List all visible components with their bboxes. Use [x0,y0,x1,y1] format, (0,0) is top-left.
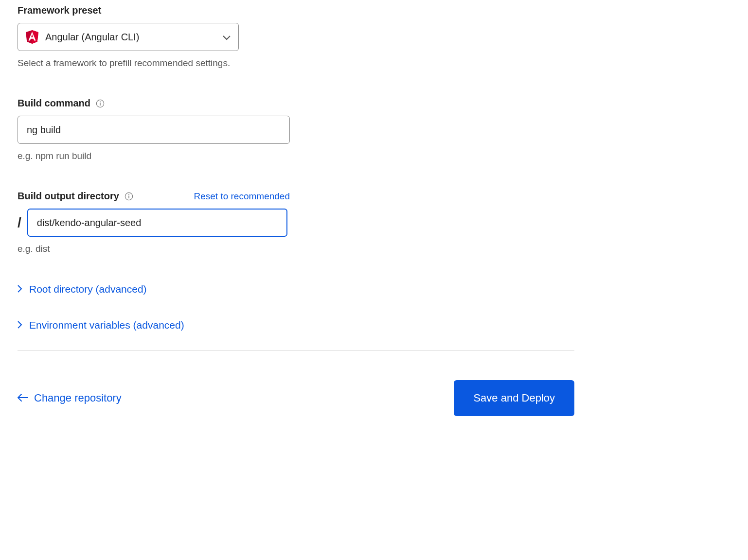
build-output-label-text: Build output directory [18,191,119,202]
build-output-input[interactable] [27,209,287,237]
arrow-left-icon [18,392,28,404]
root-directory-toggle[interactable]: Root directory (advanced) [18,283,730,295]
chevron-right-icon [18,283,22,295]
framework-preset-label: Framework preset [18,5,290,16]
build-command-group: Build command e.g. npm run build [18,98,290,161]
info-icon[interactable] [95,99,105,108]
save-deploy-button[interactable]: Save and Deploy [454,380,574,416]
chevron-right-icon [18,319,22,331]
root-directory-label: Root directory (advanced) [29,283,147,295]
footer: Change repository Save and Deploy [18,380,574,416]
angular-icon [26,30,38,44]
build-command-help: e.g. npm run build [18,151,290,161]
svg-rect-4 [100,103,100,105]
svg-point-6 [128,194,129,195]
change-repository-label: Change repository [34,392,122,404]
chevron-down-icon [223,32,231,43]
framework-preset-value: Angular (Angular CLI) [45,32,223,43]
output-prefix: / [18,215,21,230]
framework-preset-help: Select a framework to prefill recommende… [18,58,290,69]
build-command-label-text: Build command [18,98,90,109]
svg-point-3 [100,101,101,102]
framework-preset-select[interactable]: Angular (Angular CLI) [18,23,239,51]
build-output-help: e.g. dist [18,244,290,254]
env-vars-toggle[interactable]: Environment variables (advanced) [18,319,730,331]
svg-rect-7 [128,195,129,198]
change-repository-link[interactable]: Change repository [18,392,122,404]
env-vars-label: Environment variables (advanced) [29,319,184,331]
info-icon[interactable] [124,192,134,201]
build-output-group: Build output directory Reset to recommen… [18,191,290,254]
build-output-label: Build output directory [18,191,134,202]
reset-recommended-link[interactable]: Reset to recommended [194,191,290,202]
divider [18,350,574,351]
build-command-label: Build command [18,98,290,109]
framework-preset-group: Framework preset Angular (Angular CLI) S… [18,5,290,69]
build-command-input[interactable] [18,116,290,144]
